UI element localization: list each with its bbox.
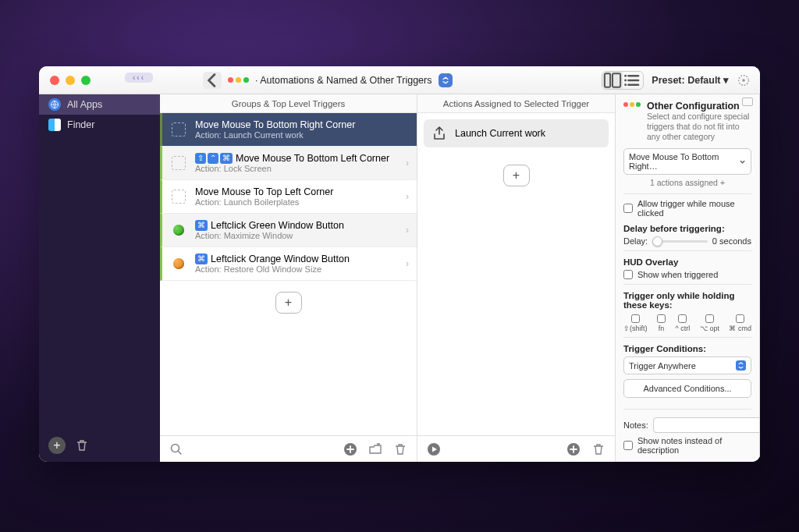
settings-icon[interactable] (737, 73, 751, 87)
delete-app-button[interactable] (73, 437, 91, 454)
trash-icon[interactable] (590, 441, 607, 458)
corner-icon (170, 188, 187, 205)
config-subtitle: Select and configure special triggers th… (647, 112, 751, 142)
svg-rect-0 (605, 73, 610, 87)
list-view-button[interactable] (623, 72, 643, 89)
chevron-right-icon: › (406, 258, 409, 269)
minimize-window-button[interactable] (66, 76, 75, 85)
trigger-action: Action: Maximize Window (195, 231, 398, 240)
sidebar-item-finder[interactable]: Finder (39, 115, 160, 135)
sidebar-toggle-button[interactable]: ‹‹‹ (125, 73, 153, 83)
app-window: ‹‹‹ · Automations & Named & Other Trigge… (39, 66, 760, 462)
modifier-badges: ⌘ (195, 254, 208, 264)
modifier-keys-row: ⇧(shift) fn ^ ctrl ⌥ opt ⌘ cmd (623, 314, 751, 332)
mods-section-label: Trigger only while holding these keys: (623, 291, 751, 310)
triggers-column: Groups & Top Level Triggers Move Mouse T… (160, 94, 417, 462)
trigger-row[interactable]: Move Mouse To Top Left Corner Action: La… (160, 180, 417, 214)
add-app-button[interactable]: + (48, 437, 66, 454)
config-column: Other Configuration Select and configure… (616, 94, 760, 462)
modifier-badges: ⇧⌃⌘ (195, 153, 233, 164)
trigger-title: Leftclick Green Window Button (211, 220, 344, 231)
svg-point-4 (624, 83, 627, 86)
window-body: All Apps Finder + Groups & Top Level Tri… (39, 94, 760, 462)
add-circle-icon[interactable] (565, 441, 582, 458)
sidebar-item-label: All Apps (67, 99, 102, 110)
notes-label: Notes: (623, 420, 648, 430)
config-app-icon (623, 101, 641, 107)
delay-section-label: Delay before triggering: (623, 224, 751, 233)
sidebar-item-label: Finder (67, 119, 94, 130)
svg-point-3 (624, 79, 627, 81)
trigger-action: Action: Lock Screen (195, 164, 398, 173)
triggers-header: Groups & Top Level Triggers (160, 94, 417, 113)
modifier-badges: ⌘ (195, 220, 208, 231)
trigger-title: Move Mouse To Bottom Left Corner (236, 153, 389, 164)
back-button[interactable] (203, 72, 222, 89)
window-controls (39, 76, 91, 85)
sidebar-item-all-apps[interactable]: All Apps (39, 94, 160, 115)
delay-value: 0 seconds (712, 236, 751, 246)
titlebar: ‹‹‹ · Automations & Named & Other Trigge… (39, 66, 760, 94)
notes-input[interactable] (653, 417, 759, 433)
breadcrumb-dropdown-button[interactable] (439, 73, 453, 87)
trigger-title: Move Mouse To Bottom Right Corner (195, 119, 409, 130)
delay-slider[interactable] (652, 240, 708, 243)
zoom-window-button[interactable] (81, 76, 91, 85)
chevron-right-icon: › (406, 225, 409, 236)
mod-ctrl[interactable]: ^ ctrl (676, 314, 691, 332)
trigger-action: Action: Launch Boilerplates (195, 197, 398, 207)
advanced-conditions-button[interactable]: Advanced Conditions... (623, 379, 751, 398)
actions-assigned-label[interactable]: 1 actions assigned + (623, 178, 751, 187)
breadcrumb-app-icon (228, 77, 249, 83)
sidebar: All Apps Finder + (39, 94, 160, 462)
chevron-right-icon: › (406, 191, 409, 202)
share-icon (431, 126, 447, 141)
svg-rect-1 (613, 73, 620, 87)
trigger-type-selector[interactable]: Move Mouse To Bottom Right… (623, 148, 751, 175)
trigger-row[interactable]: ⌘ Leftclick Green Window Button Action: … (160, 214, 417, 247)
actions-header: Actions Assigned to Selected Trigger (417, 94, 615, 113)
hud-checkbox[interactable]: Show when triggered (623, 270, 751, 279)
svg-point-2 (624, 74, 627, 76)
corner-icon (170, 154, 187, 172)
add-circle-icon[interactable] (342, 441, 359, 458)
add-action-button[interactable]: + (503, 165, 530, 186)
add-trigger-button[interactable]: + (275, 292, 302, 314)
conditions-section-label: Trigger Conditions: (623, 344, 751, 353)
green-button-icon (170, 222, 187, 239)
show-notes-checkbox[interactable]: Show notes instead of description (623, 436, 751, 455)
globe-icon (48, 98, 61, 111)
folder-icon[interactable] (367, 441, 384, 458)
action-label: Launch Current work (455, 128, 545, 139)
trigger-title: Leftclick Orange Window Button (211, 254, 350, 264)
orange-button-icon (170, 255, 187, 272)
column-view-button[interactable] (602, 72, 623, 89)
trigger-action: Action: Restore Old Window Size (195, 264, 398, 274)
breadcrumb[interactable]: · Automations & Named & Other Triggers (255, 75, 432, 86)
allow-mouse-checkbox[interactable]: Allow trigger while mouse clicked (623, 199, 751, 218)
delay-label: Delay: (623, 236, 648, 246)
actions-column: Actions Assigned to Selected Trigger Lau… (417, 94, 616, 462)
preset-selector[interactable]: Preset: Default ▾ (652, 74, 729, 86)
trash-icon[interactable] (392, 441, 409, 458)
hud-section-label: HUD Overlay (623, 257, 751, 267)
conditions-selector[interactable]: Trigger Anywhere (623, 356, 751, 374)
mod-opt[interactable]: ⌥ opt (700, 314, 719, 332)
chevron-right-icon: › (406, 158, 409, 168)
trigger-action: Action: Launch Current work (195, 130, 409, 140)
trigger-row[interactable]: ⇧⌃⌘ Move Mouse To Bottom Left Corner Act… (160, 147, 417, 180)
play-icon[interactable] (425, 441, 442, 458)
mod-shift[interactable]: ⇧(shift) (623, 314, 648, 332)
trigger-title: Move Mouse To Top Left Corner (195, 186, 398, 197)
finder-icon (48, 119, 61, 131)
mod-cmd[interactable]: ⌘ cmd (729, 314, 751, 332)
view-mode-toggle[interactable] (602, 71, 644, 90)
mod-fn[interactable]: fn (657, 314, 666, 332)
trigger-row[interactable]: Move Mouse To Bottom Right Corner Action… (160, 113, 417, 147)
action-row[interactable]: Launch Current work (424, 119, 609, 147)
window-icon[interactable] (742, 98, 753, 106)
search-icon[interactable] (168, 441, 185, 458)
close-window-button[interactable] (50, 76, 59, 85)
trigger-row[interactable]: ⌘ Leftclick Orange Window Button Action:… (160, 247, 417, 281)
corner-icon (170, 121, 187, 138)
